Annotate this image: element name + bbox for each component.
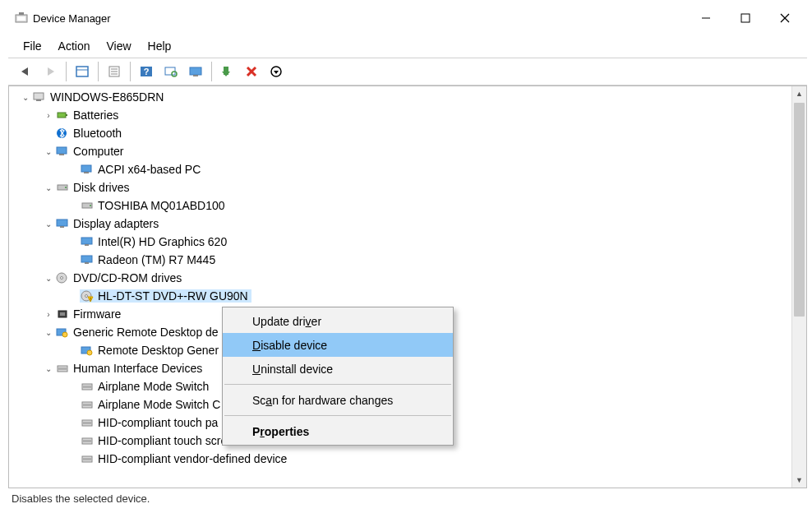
battery-icon (55, 109, 70, 122)
app-icon (15, 12, 28, 25)
monitor-button[interactable] (183, 59, 208, 84)
remote-icon (80, 344, 95, 357)
tree-node-label: DVD/CD-ROM drives (73, 271, 182, 284)
context-menu-item[interactable]: Scan for hardware changes (223, 388, 453, 412)
svg-rect-24 (36, 99, 41, 101)
svg-rect-31 (84, 172, 89, 173)
menu-help[interactable]: Help (140, 36, 180, 56)
collapse-icon[interactable]: ⌄ (44, 274, 53, 283)
properties-button[interactable] (102, 59, 127, 84)
vertical-scrollbar[interactable]: ▲ ▼ (791, 86, 806, 488)
tree-node[interactable]: ›Batteries (9, 106, 791, 124)
collapse-icon[interactable]: ⌄ (44, 183, 53, 192)
svg-rect-36 (57, 220, 67, 226)
scan-button[interactable] (159, 59, 183, 84)
tree-node-label: Bluetooth (73, 127, 122, 140)
tree-node[interactable]: ⌄Disk drives (9, 178, 791, 196)
display-icon (80, 253, 95, 266)
tree-node-label: ACPI x64-based PC (98, 163, 201, 176)
computer-icon (80, 163, 95, 176)
tree-node-label: HID-compliant vendor-defined device (98, 452, 287, 465)
context-menu-item[interactable]: Update driver (223, 309, 453, 333)
svg-rect-28 (57, 147, 67, 154)
computer-icon (32, 90, 47, 104)
context-menu: Update driverDisable deviceUninstall dev… (222, 307, 454, 446)
disk-icon (55, 181, 70, 194)
svg-rect-18 (193, 75, 198, 76)
dvd-icon (55, 271, 70, 284)
show-hidden-button[interactable] (70, 59, 95, 84)
tree-node-label: Display adapters (73, 217, 159, 230)
svg-point-33 (65, 187, 67, 188)
scroll-up-icon[interactable]: ▲ (792, 86, 806, 101)
collapse-icon[interactable]: ⌄ (44, 220, 53, 229)
tree-node-label: HID-compliant touch pa (98, 416, 218, 429)
forward-button[interactable] (38, 59, 62, 84)
tree-root[interactable]: ⌄ WINDOWS-E865DRN (9, 88, 791, 106)
hid-icon (80, 416, 95, 429)
minimize-button[interactable] (687, 6, 725, 30)
context-menu-item[interactable]: Disable device (223, 333, 453, 357)
scroll-thumb[interactable] (794, 103, 805, 317)
context-menu-item[interactable]: Uninstall device (223, 357, 453, 381)
title-bar: Device Manager (8, 2, 807, 35)
tree-node-label: Remote Desktop Gener (98, 344, 219, 357)
maximize-button[interactable] (727, 6, 764, 30)
svg-rect-7 (76, 67, 88, 76)
svg-rect-38 (81, 238, 92, 244)
disk-icon (80, 199, 95, 212)
tree-node-label: Disk drives (73, 181, 129, 194)
svg-point-52 (87, 350, 92, 355)
tree-node[interactable]: ⌄Display adapters (9, 215, 791, 233)
svg-point-45 (85, 295, 88, 298)
tree-node[interactable]: ACPI x64-based PC (9, 160, 791, 178)
back-button[interactable] (13, 59, 38, 84)
display-icon (80, 235, 95, 248)
svg-rect-48 (60, 312, 65, 316)
menu-action[interactable]: Action (50, 36, 99, 56)
help-button[interactable]: ? (134, 59, 159, 84)
collapse-icon[interactable]: ⌄ (44, 364, 53, 373)
display-icon (55, 217, 70, 230)
tree-node[interactable]: !HL-DT-ST DVD+-RW GU90N (9, 287, 791, 305)
svg-text:?: ? (144, 67, 150, 76)
tree-node[interactable]: Intel(R) HD Graphics 620 (9, 233, 791, 251)
tree-node-label: Intel(R) HD Graphics 620 (98, 235, 227, 248)
tree-node-label: TOSHIBA MQ01ABD100 (98, 199, 225, 212)
menu-file[interactable]: File (15, 36, 50, 56)
close-button[interactable] (766, 6, 804, 30)
expand-icon[interactable]: › (44, 111, 53, 120)
svg-rect-30 (81, 165, 91, 172)
hid-icon (80, 434, 95, 447)
tree-node-label: Batteries (73, 109, 118, 122)
remove-button[interactable] (240, 59, 265, 84)
tree-node[interactable]: TOSHIBA MQ01ABD100 (9, 196, 791, 215)
install-button[interactable] (215, 59, 240, 84)
svg-rect-23 (34, 93, 44, 99)
svg-rect-40 (81, 256, 92, 262)
collapse-icon[interactable]: ⌄ (44, 328, 53, 337)
tree-node-label: WINDOWS-E865DRN (50, 90, 164, 104)
svg-rect-37 (60, 226, 64, 228)
expander-icon[interactable]: ⌄ (21, 93, 30, 102)
svg-rect-41 (85, 262, 89, 264)
svg-rect-17 (190, 67, 201, 75)
dvd-warn-icon: ! (80, 289, 95, 303)
status-bar: Disables the selected device. (8, 488, 807, 508)
uninstall-button[interactable] (265, 59, 289, 84)
tree-node[interactable]: HID-compliant vendor-defined device (9, 450, 791, 468)
tree-node[interactable]: Bluetooth (9, 124, 791, 142)
tree-node[interactable]: ⌄Computer (9, 142, 791, 160)
tree-node[interactable]: Radeon (TM) R7 M445 (9, 251, 791, 269)
context-menu-item[interactable]: Properties (223, 419, 453, 443)
tree-node[interactable]: ⌄DVD/CD-ROM drives (9, 269, 791, 287)
collapse-icon[interactable]: ⌄ (44, 147, 53, 156)
context-menu-separator (224, 384, 451, 385)
svg-rect-29 (59, 154, 64, 155)
svg-point-50 (62, 332, 67, 337)
menu-view[interactable]: View (98, 36, 139, 56)
svg-rect-26 (66, 114, 67, 116)
expand-icon[interactable]: › (44, 310, 53, 319)
scroll-down-icon[interactable]: ▼ (792, 473, 806, 488)
menu-bar: File Action View Help (8, 35, 807, 58)
